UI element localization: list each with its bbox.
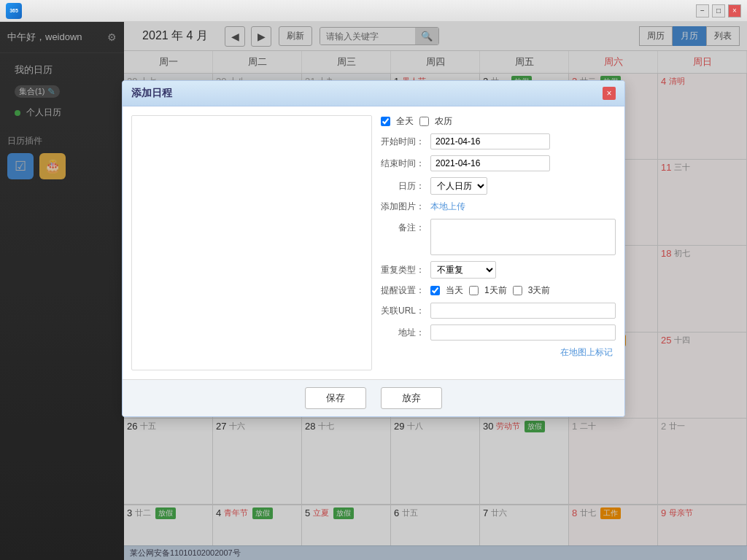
dialog-close-button[interactable]: × — [603, 87, 616, 100]
start-time-label: 开始时间： — [381, 136, 425, 148]
maximize-button[interactable]: □ — [712, 4, 725, 18]
add-image-label: 添加图片： — [381, 201, 425, 213]
allday-label: 全天 — [396, 115, 414, 128]
reminder-today-label: 当天 — [446, 284, 463, 297]
reminder-label: 提醒设置： — [381, 284, 425, 297]
map-link-row: 在地图上标记 — [381, 346, 616, 359]
reminder-today-checkbox[interactable] — [430, 286, 440, 295]
reminder-row: 提醒设置： 当天 1天前 3天前 — [381, 284, 616, 297]
allday-row: 全天 农历 — [381, 115, 616, 128]
calendar-select[interactable]: 个人日历 — [430, 177, 487, 195]
address-row: 地址： — [381, 324, 616, 341]
dialog-overlay: 添加日程 × 全天 农历 — [0, 22, 747, 560]
note-input[interactable] — [430, 219, 616, 255]
reminder-group: 当天 1天前 3天前 — [430, 284, 550, 297]
dialog-titlebar: 添加日程 × — [123, 81, 624, 106]
address-label: 地址： — [381, 327, 425, 339]
title-bar-left: 365 — [6, 3, 22, 19]
window-controls: − □ × — [696, 4, 741, 18]
end-time-row: 结束时间： — [381, 155, 616, 171]
repeat-row: 重复类型： 不重复 每天 每周 — [381, 261, 616, 279]
minimize-button[interactable]: − — [696, 4, 709, 18]
url-row: 关联URL： — [381, 303, 616, 319]
calendar-select-label: 日历： — [381, 180, 425, 192]
logo-text: 365 — [9, 8, 18, 13]
start-time-row: 开始时间： — [381, 133, 616, 149]
upload-link[interactable]: 本地上传 — [430, 201, 465, 213]
dialog-footer: 保存 放弃 — [123, 379, 624, 416]
repeat-label: 重复类型： — [381, 264, 425, 276]
schedule-text-area — [131, 115, 372, 370]
lunar-group: 农历 — [419, 115, 452, 128]
add-schedule-dialog: 添加日程 × 全天 农历 — [122, 80, 625, 417]
add-image-row: 添加图片： 本地上传 — [381, 201, 616, 213]
reminder-1day-label: 1天前 — [484, 284, 507, 297]
app-logo: 365 — [6, 3, 22, 19]
allday-group: 全天 — [381, 115, 414, 128]
start-time-input[interactable] — [430, 133, 550, 149]
end-time-label: 结束时间： — [381, 158, 425, 170]
lunar-label: 农历 — [435, 115, 452, 128]
title-bar: 365 − □ × — [0, 0, 747, 22]
schedule-form: 全天 农历 开始时间： 结束时间： — [381, 115, 616, 370]
cancel-button[interactable]: 放弃 — [381, 387, 442, 409]
url-input[interactable] — [430, 303, 616, 319]
dialog-body: 全天 农历 开始时间： 结束时间： — [123, 106, 624, 379]
save-button[interactable]: 保存 — [305, 387, 366, 409]
note-label: 备注： — [381, 222, 425, 234]
reminder-3day-label: 3天前 — [528, 284, 551, 297]
allday-checkbox[interactable] — [381, 117, 390, 126]
calendar-select-row: 日历： 个人日历 — [381, 177, 616, 195]
reminder-3day-checkbox[interactable] — [513, 286, 522, 295]
address-input[interactable] — [430, 324, 616, 341]
lunar-checkbox[interactable] — [419, 117, 429, 126]
end-time-input[interactable] — [430, 155, 550, 171]
schedule-title-input[interactable] — [138, 122, 365, 364]
note-row: 备注： — [381, 219, 616, 255]
close-button[interactable]: × — [728, 4, 741, 18]
map-link[interactable]: 在地图上标记 — [560, 347, 613, 357]
reminder-1day-checkbox[interactable] — [469, 286, 479, 295]
url-label: 关联URL： — [381, 305, 425, 317]
dialog-title: 添加日程 — [131, 87, 172, 100]
repeat-select[interactable]: 不重复 每天 每周 — [430, 261, 496, 279]
